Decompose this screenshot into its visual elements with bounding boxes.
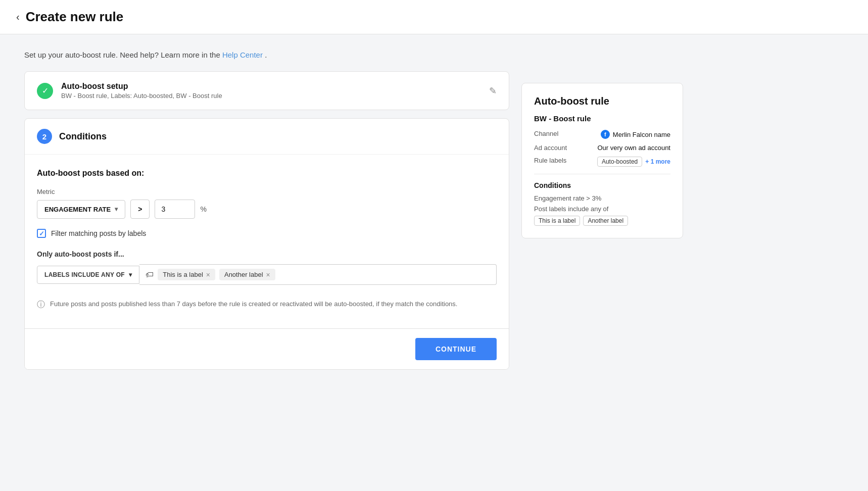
chevron-down-icon: ▾	[115, 206, 118, 213]
ad-account-row: Ad account Our very own ad account	[534, 144, 670, 152]
rule-summary-title: Auto-boost rule	[534, 95, 670, 107]
summary-tag-1: This is a label	[534, 216, 580, 226]
labels-dropdown-label: LABELS INCLUDE ANY OF	[44, 271, 125, 278]
metric-dropdown[interactable]: ENGAGEMENT RATE ▾	[37, 200, 125, 219]
rule-labels-values: Auto-boosted + 1 more	[597, 157, 670, 167]
rule-name: BW - Boost rule	[534, 114, 670, 123]
labels-filter-row: LABELS INCLUDE ANY OF ▾ 🏷 This is a labe…	[37, 264, 497, 285]
rule-label-chip-1: Auto-boosted	[597, 157, 642, 167]
channel-value: f Merlin Falcon name	[601, 130, 670, 139]
info-text: Future posts and posts published less th…	[50, 299, 457, 309]
labels-chevron-icon: ▾	[129, 271, 132, 278]
help-center-link[interactable]: Help Center	[222, 51, 263, 59]
posts-based-on-label: Auto-boost posts based on:	[37, 169, 497, 178]
labels-input-area[interactable]: 🏷 This is a label × Another label ×	[139, 264, 497, 285]
left-panel: Set up your auto-boost rule. Need help? …	[24, 51, 509, 378]
rule-labels-label: Rule labels	[534, 157, 566, 164]
page-title: Create new rule	[26, 9, 124, 25]
tag-chip-1: This is a label ×	[158, 269, 215, 280]
step-badge: 2	[37, 129, 52, 144]
operator-button[interactable]: >	[130, 200, 150, 219]
only-if-label: Only auto-boost posts if...	[37, 250, 497, 258]
back-button[interactable]: ‹	[16, 11, 20, 23]
setup-description: BW - Boost rule, Labels: Auto-boosted, B…	[61, 92, 222, 100]
conditions-body: Auto-boost posts based on: Metric ENGAGE…	[25, 155, 509, 328]
conditions-summary-title: Conditions	[534, 181, 670, 189]
conditions-header: 2 Conditions	[25, 119, 509, 155]
conditions-title: Conditions	[59, 131, 107, 142]
main-content: Set up your auto-boost rule. Need help? …	[0, 34, 707, 394]
summary-tags: This is a label Another label	[534, 216, 670, 226]
metric-field-label: Metric	[37, 188, 497, 195]
conditions-card: 2 Conditions Auto-boost posts based on: …	[24, 118, 509, 370]
tag-icon: 🏷	[146, 270, 154, 279]
setup-card: ✓ Auto-boost setup BW - Boost rule, Labe…	[24, 71, 509, 110]
setup-info: Auto-boost setup BW - Boost rule, Labels…	[61, 82, 222, 100]
setup-card-left: ✓ Auto-boost setup BW - Boost rule, Labe…	[37, 82, 222, 100]
facebook-icon: f	[601, 130, 610, 139]
unit-label: %	[200, 205, 206, 213]
check-icon: ✓	[37, 83, 53, 99]
setup-title: Auto-boost setup	[61, 82, 222, 91]
filter-checkbox-row: Filter matching posts by labels	[37, 229, 497, 238]
channel-row: Channel f Merlin Falcon name	[534, 130, 670, 139]
filter-checkbox-label: Filter matching posts by labels	[51, 229, 146, 237]
post-labels-condition: Post labels include any of	[534, 205, 670, 213]
ad-account-label: Ad account	[534, 144, 567, 152]
tag-remove-2[interactable]: ×	[266, 271, 270, 278]
right-panel: Auto-boost rule BW - Boost rule Channel …	[521, 51, 683, 378]
engagement-condition: Engagement rate > 3%	[534, 194, 670, 202]
rule-summary-card: Auto-boost rule BW - Boost rule Channel …	[521, 83, 683, 238]
subtitle: Set up your auto-boost rule. Need help? …	[24, 51, 509, 59]
channel-label: Channel	[534, 130, 558, 137]
continue-button[interactable]: CONTINUE	[415, 338, 497, 360]
channel-name: Merlin Falcon name	[613, 131, 670, 138]
labels-include-dropdown[interactable]: LABELS INCLUDE ANY OF ▾	[37, 266, 139, 284]
rule-labels-row: Rule labels Auto-boosted + 1 more	[534, 157, 670, 167]
filter-checkbox[interactable]	[37, 229, 46, 238]
metric-row: ENGAGEMENT RATE ▾ > %	[37, 200, 497, 219]
threshold-input[interactable]	[155, 200, 195, 219]
tag-chip-2: Another label ×	[219, 269, 275, 280]
footer-bar: CONTINUE	[25, 328, 509, 369]
setup-card-inner: ✓ Auto-boost setup BW - Boost rule, Labe…	[25, 72, 509, 110]
divider	[534, 174, 670, 174]
summary-tag-2: Another label	[583, 216, 628, 226]
tag-label-2: Another label	[224, 271, 263, 278]
info-row: ⓘ Future posts and posts published less …	[37, 295, 497, 314]
ad-account-value: Our very own ad account	[597, 144, 670, 152]
page-header: ‹ Create new rule	[0, 0, 868, 34]
edit-icon[interactable]: ✎	[489, 85, 497, 96]
info-icon: ⓘ	[37, 300, 45, 310]
more-labels-button[interactable]: + 1 more	[645, 158, 670, 165]
metric-dropdown-value: ENGAGEMENT RATE	[44, 206, 111, 213]
tag-label-1: This is a label	[163, 271, 203, 278]
tag-remove-1[interactable]: ×	[206, 271, 210, 278]
